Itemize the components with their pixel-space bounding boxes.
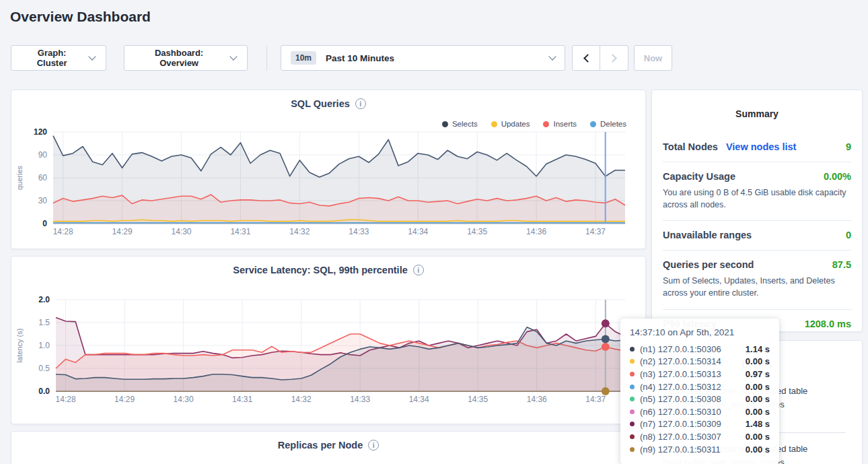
- summary-label: Total Nodes: [663, 141, 718, 152]
- svg-text:120: 120: [34, 127, 47, 137]
- svg-text:14:37: 14:37: [585, 227, 606, 236]
- summary-label: Queries per second: [663, 259, 754, 270]
- page-title: Overview Dashboard: [10, 9, 151, 25]
- tooltip-node-value: 0.00 s: [746, 444, 770, 455]
- node-color-dot-icon: [630, 347, 635, 352]
- tooltip-row: (n9) 127.0.0.1:503110.00 s: [630, 443, 770, 456]
- info-icon[interactable]: i: [413, 265, 424, 275]
- sql-queries-title-row: SQL Queries i: [11, 98, 645, 109]
- graph-dropdown[interactable]: Graph: Cluster: [11, 45, 106, 71]
- tooltip-node-address: (n9) 127.0.0.1:50311: [640, 444, 740, 455]
- time-range-dropdown[interactable]: 10m Past 10 Minutes: [281, 45, 565, 71]
- svg-text:queries: queries: [15, 165, 24, 190]
- tooltip-node-value: 0.00 s: [746, 382, 770, 392]
- tooltip-node-address: (n4) 127.0.0.1:50312: [640, 382, 740, 392]
- tooltip-node-value: 0.00 s: [746, 394, 770, 404]
- dashboard-dropdown[interactable]: Dashboard: Overview: [124, 45, 248, 71]
- tooltip-node-value: 0.00 s: [746, 432, 770, 442]
- svg-text:1.5: 1.5: [38, 318, 50, 327]
- latency-hover-tooltip: 14:37:10 on Apr 5th, 2021 (n1) 127.0.0.1…: [620, 319, 779, 464]
- summary-row: Unavailable ranges0: [663, 220, 851, 250]
- chevron-left-icon: [583, 54, 592, 63]
- summary-label: Capacity Usage: [663, 171, 735, 182]
- time-prev-button[interactable]: [572, 45, 600, 71]
- tooltip-node-address: (n3) 127.0.0.1:50313: [640, 369, 740, 379]
- graph-dropdown-label: Graph: Cluster: [22, 48, 81, 68]
- svg-text:30: 30: [38, 196, 48, 205]
- view-nodes-list-link[interactable]: View nodes list: [726, 141, 797, 152]
- svg-text:14:29: 14:29: [112, 227, 133, 236]
- tooltip-node-address: (n1) 127.0.0.1:50306: [640, 344, 740, 354]
- summary-value: 0.00%: [824, 171, 851, 182]
- svg-text:14:36: 14:36: [527, 395, 547, 404]
- svg-text:0: 0: [42, 219, 47, 228]
- summary-rows: Total NodesView nodes list9Capacity Usag…: [663, 133, 851, 339]
- node-color-dot-icon: [630, 359, 635, 364]
- node-color-dot-icon: [630, 409, 635, 414]
- svg-text:14:34: 14:34: [408, 227, 428, 236]
- summary-label: Unavailable ranges: [663, 230, 752, 240]
- tooltip-node-value: 1.14 s: [746, 344, 770, 354]
- svg-text:0.0: 0.0: [38, 387, 50, 396]
- service-latency-chart[interactable]: 0.00.51.01.52.014:2814:2914:3014:3114:32…: [11, 289, 647, 414]
- svg-text:14:33: 14:33: [350, 395, 370, 404]
- time-next-button[interactable]: [600, 45, 628, 71]
- svg-text:14:36: 14:36: [526, 227, 546, 236]
- controls-divider: [266, 45, 267, 71]
- tooltip-row: (n5) 127.0.0.1:503080.00 s: [630, 393, 770, 405]
- svg-text:14:29: 14:29: [114, 395, 135, 404]
- svg-text:2.0: 2.0: [38, 295, 50, 304]
- tooltip-node-address: (n6) 127.0.0.1:50310: [640, 407, 740, 417]
- svg-text:14:32: 14:32: [291, 395, 312, 404]
- summary-value: 87.5: [832, 259, 851, 270]
- tooltip-timestamp: 14:37:10 on Apr 5th, 2021: [630, 327, 770, 337]
- node-color-dot-icon: [630, 434, 635, 439]
- tooltip-rows: (n1) 127.0.0.1:503061.14 s(n2) 127.0.0.1…: [630, 343, 770, 455]
- replicas-title-row: Replicas per Node i: [11, 440, 645, 451]
- summary-description: You are using 0 B of 4.5 GiB usable disk…: [663, 187, 851, 211]
- chevron-down-icon: [89, 53, 96, 60]
- tooltip-node-address: (n5) 127.0.0.1:50308: [640, 394, 740, 404]
- svg-text:0.5: 0.5: [38, 364, 50, 373]
- service-latency-title: Service Latency: SQL, 99th percentile: [233, 265, 408, 275]
- node-color-dot-icon: [630, 385, 635, 389]
- svg-text:latency (s): latency (s): [15, 329, 24, 363]
- svg-text:14:28: 14:28: [56, 395, 76, 404]
- svg-text:14:31: 14:31: [232, 395, 252, 404]
- service-latency-panel: Service Latency: SQL, 99th percentile i …: [11, 256, 646, 424]
- sql-queries-chart[interactable]: 030609012014:2814:2914:3014:3114:3214:33…: [11, 123, 647, 245]
- svg-text:14:30: 14:30: [172, 227, 192, 236]
- replicas-per-node-panel: Replicas per Node i: [11, 431, 646, 464]
- svg-text:14:28: 14:28: [53, 227, 73, 236]
- summary-value: 9: [846, 141, 851, 152]
- tooltip-node-address: (n2) 127.0.0.1:50314: [640, 356, 740, 366]
- dashboard-controls: Graph: Cluster Dashboard: Overview 10m P…: [11, 45, 672, 71]
- svg-text:14:32: 14:32: [289, 227, 310, 236]
- chevron-right-icon: [608, 54, 617, 63]
- svg-text:14:37: 14:37: [585, 395, 606, 404]
- time-range-label: Past 10 Minutes: [326, 53, 394, 63]
- node-color-dot-icon: [630, 447, 635, 452]
- svg-text:60: 60: [38, 173, 48, 183]
- chevron-down-icon: [230, 53, 238, 60]
- service-latency-title-row: Service Latency: SQL, 99th percentile i: [11, 265, 645, 275]
- sql-queries-title: SQL Queries: [291, 98, 350, 109]
- svg-text:14:30: 14:30: [174, 395, 194, 404]
- info-icon[interactable]: i: [355, 98, 366, 109]
- chevron-down-icon: [548, 53, 556, 60]
- summary-title: Summary: [652, 108, 862, 119]
- tooltip-row: (n3) 127.0.0.1:503130.97 s: [630, 368, 770, 380]
- svg-text:1.0: 1.0: [38, 341, 50, 350]
- summary-value: 0: [846, 230, 851, 240]
- summary-row: Queries per second87.5Sum of Selects, Up…: [663, 250, 851, 308]
- tooltip-row: (n4) 127.0.0.1:503120.00 s: [630, 380, 770, 393]
- summary-panel: Summary Total NodesView nodes list9Capac…: [651, 90, 863, 332]
- svg-text:14:34: 14:34: [409, 395, 429, 404]
- svg-text:14:33: 14:33: [349, 227, 369, 236]
- info-icon[interactable]: i: [368, 440, 379, 451]
- tooltip-node-value: 0.00 s: [746, 407, 770, 417]
- summary-description: Sum of Selects, Updates, Inserts, and De…: [663, 275, 851, 299]
- sql-queries-panel: SQL Queries i SelectsUpdatesInsertsDelet…: [11, 90, 646, 249]
- now-button[interactable]: Now: [634, 45, 672, 71]
- dashboard-dropdown-label: Dashboard: Overview: [135, 48, 223, 68]
